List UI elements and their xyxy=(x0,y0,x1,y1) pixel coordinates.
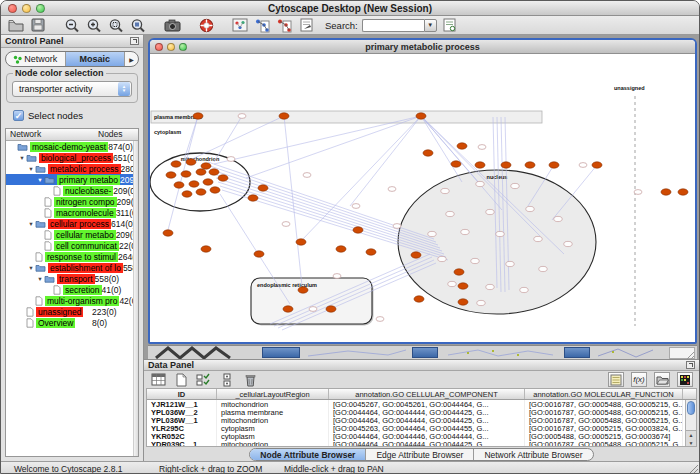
zoom-out-icon[interactable] xyxy=(63,17,81,33)
tree-item-overview[interactable]: Overview8(0) xyxy=(6,317,138,328)
node[interactable] xyxy=(476,181,484,186)
select-attributes-icon[interactable] xyxy=(196,372,212,387)
node[interactable] xyxy=(564,241,572,246)
tree-item-secretion[interactable]: secretion41(0) xyxy=(6,284,138,295)
zoom-in-icon[interactable] xyxy=(85,17,103,33)
node-selected[interactable] xyxy=(458,283,468,289)
tree-item-biological-process[interactable]: ▼biological_process651(0) xyxy=(6,152,138,163)
node-selected[interactable] xyxy=(416,113,426,119)
expand-arrow-icon[interactable]: ▼ xyxy=(36,177,44,183)
node[interactable] xyxy=(496,231,504,236)
node-selected[interactable] xyxy=(182,191,192,197)
tree-item-response-to-stimul[interactable]: response to stimul264(0) xyxy=(6,251,138,262)
node[interactable] xyxy=(486,209,494,214)
node-selected[interactable] xyxy=(166,172,176,178)
node-selected[interactable] xyxy=(298,287,308,293)
expand-arrow-icon[interactable]: ▼ xyxy=(18,155,26,161)
node-selected[interactable] xyxy=(193,113,203,119)
network-canvas[interactable]: plasma membranecytoplasmmitochondrionnuc… xyxy=(150,54,695,342)
tree-item-establishment-of-lo[interactable]: ▼establishment of lo558(0) xyxy=(6,262,138,273)
node-selected[interactable] xyxy=(549,162,559,168)
node[interactable] xyxy=(478,145,486,150)
expand-arrow-icon[interactable]: ▼ xyxy=(27,166,35,172)
form-icon[interactable] xyxy=(608,372,624,387)
node-selected[interactable] xyxy=(163,230,173,236)
tree-header-nodes[interactable]: Nodes xyxy=(98,129,138,140)
table-cell[interactable]: [GO:0016787, GO:0005488, GO:0005215, G..… xyxy=(525,440,683,447)
node[interactable] xyxy=(303,173,311,178)
column-header[interactable]: _cellularLayoutRegion xyxy=(217,389,329,399)
node-selected[interactable] xyxy=(336,246,346,252)
tree-item-macromolecule[interactable]: macromolecule311(0) xyxy=(6,207,138,218)
scrollbar-arrows[interactable]: ▲▼ xyxy=(686,430,696,446)
snapshot-icon[interactable] xyxy=(163,17,181,33)
node[interactable] xyxy=(506,261,514,266)
node-selected[interactable] xyxy=(201,246,211,252)
node[interactable] xyxy=(486,284,494,289)
open-icon[interactable] xyxy=(7,17,25,33)
tree-header-network[interactable]: Network xyxy=(6,129,98,140)
tree-item-unassigned[interactable]: unassigned223(0) xyxy=(6,306,138,317)
overview-icon[interactable] xyxy=(231,17,249,33)
node[interactable] xyxy=(471,258,479,263)
node-selected[interactable] xyxy=(458,299,468,305)
tab-network[interactable]: Network xyxy=(6,52,66,66)
node[interactable] xyxy=(477,300,485,305)
save-icon[interactable] xyxy=(29,17,47,33)
node[interactable] xyxy=(534,236,542,241)
import-attributes-icon[interactable] xyxy=(654,372,670,387)
node[interactable] xyxy=(579,163,587,168)
node-selected[interactable] xyxy=(661,189,671,195)
zoom-selected-icon[interactable] xyxy=(107,17,125,33)
node-selected[interactable] xyxy=(283,306,293,312)
node-selected[interactable] xyxy=(353,227,363,233)
search-dropdown-button[interactable]: ▼ xyxy=(424,19,437,32)
node-selected[interactable] xyxy=(279,113,289,119)
node-selected[interactable] xyxy=(457,143,467,149)
tab-network-attribute-browser[interactable]: Network Attribute Browser xyxy=(474,449,592,460)
node-selected[interactable] xyxy=(475,162,485,168)
node-selected[interactable] xyxy=(171,161,181,167)
column-header[interactable]: annotation.GO MOLECULAR_FUNCTION xyxy=(525,389,683,399)
expand-arrow-icon[interactable]: ▼ xyxy=(36,276,44,282)
zoom-button[interactable] xyxy=(36,4,45,13)
node-selected[interactable] xyxy=(592,162,602,168)
column-header[interactable]: annotation.GO CELLULAR_COMPONENT xyxy=(329,389,525,399)
scrollbar-thumb[interactable] xyxy=(687,401,695,415)
expand-arrow-icon[interactable]: ▼ xyxy=(27,221,35,227)
background-window-titlebar[interactable] xyxy=(262,347,300,358)
network-close-button[interactable] xyxy=(155,43,163,51)
tree-item-metabolic-process[interactable]: ▼metabolic process280(0) xyxy=(6,163,138,174)
network-zoom-button[interactable] xyxy=(179,43,187,51)
node[interactable] xyxy=(448,281,456,286)
node[interactable] xyxy=(282,222,290,227)
attribute-pair-icon[interactable] xyxy=(219,372,235,387)
tree-item-multi-organism-pro[interactable]: multi-organism pro42(0) xyxy=(6,295,138,306)
node-selected[interactable] xyxy=(210,187,220,193)
minimize-button[interactable] xyxy=(22,4,31,13)
tree-item-mosaic-demo-yeast[interactable]: mosaic-demo-yeast874(0) xyxy=(6,141,138,152)
node-selected[interactable] xyxy=(501,162,511,168)
node[interactable] xyxy=(511,183,519,188)
node-selected[interactable] xyxy=(196,169,206,175)
resize-grip[interactable] xyxy=(687,464,698,474)
tab-edge-attribute-browser[interactable]: Edge Attribute Browser xyxy=(366,449,474,460)
node[interactable] xyxy=(554,216,562,221)
new-attribute-icon[interactable] xyxy=(173,372,189,387)
node-selected[interactable] xyxy=(414,296,424,302)
node-selected[interactable] xyxy=(296,239,306,245)
node[interactable] xyxy=(309,307,317,312)
node-selected[interactable] xyxy=(209,169,219,175)
node-selected[interactable] xyxy=(201,163,211,169)
float-panel-icon[interactable] xyxy=(130,37,139,45)
node[interactable] xyxy=(388,187,396,192)
node-selected[interactable] xyxy=(203,179,213,185)
node-selected[interactable] xyxy=(181,171,191,177)
node-selected[interactable] xyxy=(423,150,433,156)
node[interactable] xyxy=(333,274,341,279)
node-selected[interactable] xyxy=(411,252,421,258)
node-selected[interactable] xyxy=(248,195,258,201)
node[interactable] xyxy=(461,229,469,234)
node[interactable] xyxy=(634,190,642,195)
select-first-neighbors-icon[interactable] xyxy=(275,17,293,33)
